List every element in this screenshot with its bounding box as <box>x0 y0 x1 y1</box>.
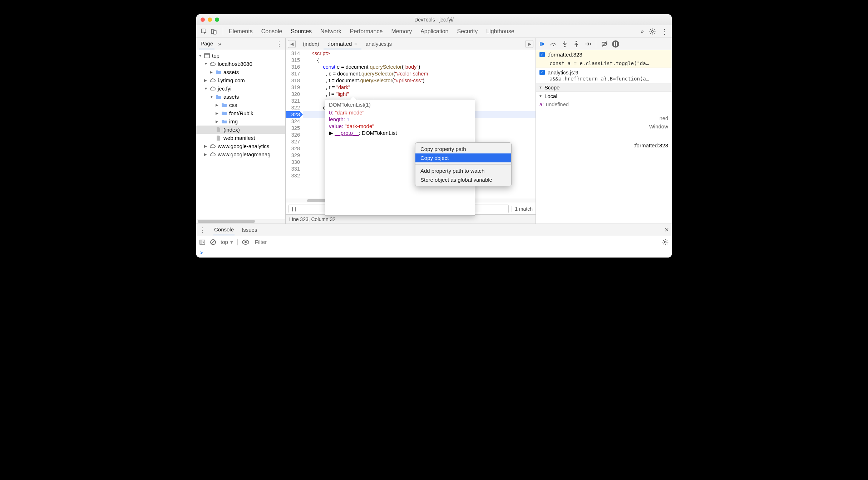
pause-on-exceptions-icon[interactable] <box>612 40 619 48</box>
sidebar-scrollbar[interactable] <box>196 219 285 224</box>
tree-node-cloud[interactable]: ▼localhost:8080 <box>196 60 285 68</box>
popover-property[interactable]: 0: "dark-mode" <box>329 109 471 116</box>
file-tree[interactable]: ▼top▼localhost:8080▶assets▶i.ytimg.com▼j… <box>196 50 285 219</box>
drawer-kebab-icon[interactable]: ⋮ <box>199 226 206 234</box>
context-menu-item[interactable]: Copy object <box>415 153 511 162</box>
breakpoint-checkbox[interactable]: ✓ <box>539 70 545 75</box>
main-tab-network[interactable]: Network <box>320 27 341 36</box>
drawer-close-icon[interactable]: × <box>665 226 669 234</box>
code-line[interactable]: { <box>303 57 536 64</box>
navigator-tab-page[interactable]: Page <box>199 38 214 49</box>
code-line[interactable]: <script> <box>303 50 536 57</box>
execution-context-select[interactable]: top▾ <box>221 239 238 245</box>
drawer-tab-issues[interactable]: Issues <box>241 225 258 235</box>
line-number[interactable]: 316 <box>286 64 300 70</box>
navigator-kebab-icon[interactable]: ⋮ <box>276 40 282 48</box>
line-number[interactable]: 323 <box>286 111 300 118</box>
tree-node-folder[interactable]: ▶css <box>196 101 285 109</box>
line-number[interactable]: 319 <box>286 84 300 91</box>
tree-node-frame[interactable]: ▼top <box>196 52 285 60</box>
code-line[interactable]: const e = document.querySelector("body") <box>303 64 536 70</box>
line-number[interactable]: 322 <box>286 104 300 111</box>
main-tab-elements[interactable]: Elements <box>229 27 253 36</box>
code-line[interactable]: , l = "light" <box>303 91 536 98</box>
line-number[interactable]: 314 <box>286 50 300 57</box>
step-over-icon[interactable] <box>549 40 557 48</box>
line-number[interactable]: 326 <box>286 132 300 138</box>
breakpoint-row[interactable]: ✓ :formatted:323 <box>536 50 672 59</box>
line-number[interactable]: 320 <box>286 91 300 98</box>
tree-node-folder[interactable]: ▶assets <box>196 68 285 76</box>
popover-property[interactable]: value: "dark-mode" <box>329 123 471 129</box>
breakpoint-checkbox[interactable]: ✓ <box>539 52 545 57</box>
nav-back-icon[interactable]: ◀ <box>288 40 296 48</box>
code-line[interactable]: , t = document.querySelector("#prism-css… <box>303 77 536 84</box>
clear-console-icon[interactable] <box>210 239 216 245</box>
breakpoint-row[interactable]: ✓ analytics.js:9 a&&a.href}return a},B=f… <box>536 68 672 83</box>
tree-node-cloud[interactable]: ▶www.google-analytics <box>196 142 285 150</box>
line-number[interactable]: 325 <box>286 125 300 132</box>
tab-close-icon[interactable]: × <box>354 41 357 47</box>
main-tab-performance[interactable]: Performance <box>350 27 383 36</box>
line-gutter[interactable]: 3143153163173183193203213223233243253263… <box>286 50 303 199</box>
tree-node-folder[interactable]: ▶font/Rubik <box>196 109 285 117</box>
tree-node-file[interactable]: web.manifest <box>196 134 285 142</box>
line-number[interactable]: 324 <box>286 118 300 125</box>
navigator-overflow-icon[interactable]: » <box>218 41 221 47</box>
file-tab[interactable]: analytics.js <box>361 39 396 49</box>
line-number[interactable]: 328 <box>286 145 300 152</box>
line-number[interactable]: 327 <box>286 138 300 145</box>
tree-node-cloud[interactable]: ▼jec.fyi <box>196 84 285 93</box>
line-number[interactable]: 331 <box>286 166 300 172</box>
nav-forward-icon[interactable]: ▶ <box>526 40 533 48</box>
tree-node-cloud[interactable]: ▶i.ytimg.com <box>196 76 285 84</box>
step-icon[interactable] <box>584 40 592 48</box>
drawer-tab-console[interactable]: Console <box>213 224 235 235</box>
line-number[interactable]: 317 <box>286 70 300 77</box>
console-input-row[interactable]: > <box>196 248 672 258</box>
line-number[interactable]: 315 <box>286 57 300 64</box>
context-menu-item[interactable]: Store object as global variable <box>415 175 511 184</box>
line-number[interactable]: 329 <box>286 152 300 159</box>
inspect-element-icon[interactable] <box>200 28 208 35</box>
popover-property[interactable]: length: 1 <box>329 116 471 123</box>
scope-var[interactable]: ned <box>539 115 668 122</box>
line-number[interactable]: 321 <box>286 98 300 104</box>
tree-node-file[interactable]: (index) <box>196 126 285 134</box>
tree-node-cloud[interactable]: ▶www.googletagmanag <box>196 150 285 158</box>
tree-node-folder[interactable]: ▶img <box>196 117 285 126</box>
code-line[interactable]: , c = document.querySelector("#color-sch… <box>303 70 536 77</box>
console-sidebar-toggle-icon[interactable] <box>199 239 206 245</box>
popover-proto[interactable]: ▶ __proto__: DOMTokenList <box>329 129 471 137</box>
main-tab-console[interactable]: Console <box>261 27 282 36</box>
line-number[interactable]: 318 <box>286 77 300 84</box>
console-settings-icon[interactable] <box>662 239 669 246</box>
file-tab[interactable]: (index) <box>299 39 324 49</box>
main-tab-lighthouse[interactable]: Lighthouse <box>486 27 514 36</box>
device-toolbar-icon[interactable] <box>210 28 218 35</box>
settings-icon[interactable] <box>649 28 656 35</box>
step-into-icon[interactable] <box>561 40 569 48</box>
tabs-overflow-icon[interactable]: » <box>641 28 644 35</box>
deactivate-breakpoints-icon[interactable] <box>601 40 608 48</box>
scope-global[interactable]: Window <box>536 123 672 130</box>
line-number[interactable]: 332 <box>286 172 300 179</box>
code-line[interactable]: , r = "dark" <box>303 84 536 91</box>
console-filter-input[interactable] <box>253 237 657 246</box>
file-tab[interactable]: :formatted× <box>324 39 361 49</box>
resume-icon[interactable] <box>538 40 546 48</box>
callstack-frame[interactable]: (anonymous) :formatted:323 <box>536 141 672 150</box>
context-menu-item[interactable]: Add property path to watch <box>415 166 511 175</box>
live-expression-icon[interactable] <box>242 240 249 245</box>
line-number[interactable]: 330 <box>286 159 300 166</box>
main-tab-memory[interactable]: Memory <box>391 27 412 36</box>
step-out-icon[interactable] <box>572 40 580 48</box>
scope-header[interactable]: ▼Scope <box>536 83 672 92</box>
main-tab-application[interactable]: Application <box>420 27 448 36</box>
main-tab-security[interactable]: Security <box>457 27 478 36</box>
tree-node-folder[interactable]: ▼assets <box>196 93 285 101</box>
scope-var[interactable]: a:undefined <box>539 101 668 108</box>
scope-local-header[interactable]: ▼Local <box>536 92 672 100</box>
kebab-menu-icon[interactable]: ⋮ <box>661 27 668 36</box>
main-tab-sources[interactable]: Sources <box>291 27 312 36</box>
